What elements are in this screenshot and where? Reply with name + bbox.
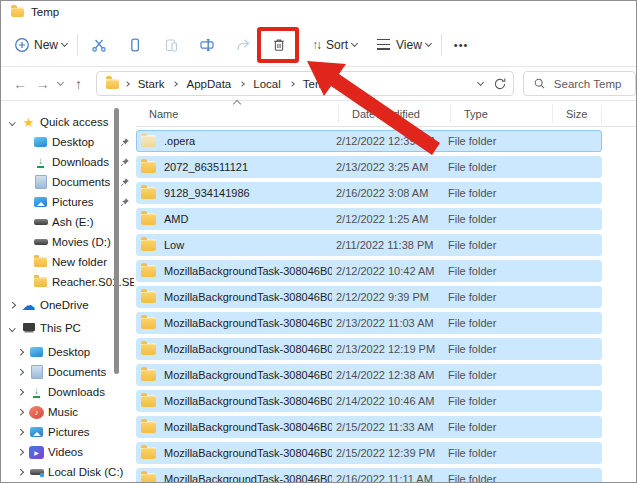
folder-icon <box>141 187 156 199</box>
breadcrumb-appdata[interactable]: AppData <box>183 76 234 92</box>
file-row[interactable]: MozillaBackgroundTask-308046B0AF4A3... 2… <box>136 364 602 386</box>
column-header-date-modified[interactable]: Date modified <box>338 105 450 123</box>
new-button[interactable]: New <box>9 32 72 58</box>
sidebar-item-local-disk-c[interactable]: Local Disk (C:) <box>1 462 134 482</box>
file-row[interactable]: 2072_863511121 2/13/2022 3:25 AM File fo… <box>136 156 602 178</box>
folder-icon <box>33 255 48 269</box>
file-row[interactable]: MozillaBackgroundTask-308046B0AF4A3... 2… <box>136 260 602 282</box>
column-header-name[interactable]: Name <box>136 105 338 123</box>
folder-icon <box>141 265 156 277</box>
up-button[interactable]: ↑ <box>67 72 90 96</box>
address-dropdown-icon[interactable] <box>477 79 484 86</box>
folder-icon <box>106 79 119 89</box>
file-row[interactable]: MozillaBackgroundTask-308046B0AF4A3... 2… <box>136 416 602 438</box>
file-row[interactable]: MozillaBackgroundTask-308046B0AF4A3... 2… <box>136 390 602 412</box>
file-type: File folder <box>448 135 548 147</box>
pin-icon[interactable] <box>120 197 130 207</box>
breadcrumb-separator-icon <box>239 81 245 87</box>
file-date-modified: 2/15/2022 11:33 AM <box>336 421 448 433</box>
tree-chevron-icon[interactable] <box>7 120 17 125</box>
pin-icon[interactable] <box>120 157 130 167</box>
pin-icon[interactable] <box>120 177 130 187</box>
paste-button[interactable] <box>157 31 185 59</box>
tree-chevron-icon[interactable] <box>7 326 17 331</box>
breadcrumb-local[interactable]: Local <box>250 76 284 92</box>
sidebar-item-downloads[interactable]: Downloads <box>1 382 134 402</box>
sort-arrows-icon: ↑↓ <box>312 38 320 52</box>
sidebar-item-videos[interactable]: Videos <box>1 442 134 462</box>
delete-button[interactable] <box>265 31 293 59</box>
file-name: 9128_934141986 <box>164 187 332 199</box>
file-row[interactable]: 9128_934141986 2/16/2022 3:08 AM File fo… <box>136 182 602 204</box>
file-name: MozillaBackgroundTask-308046B0AF4A3... <box>164 265 332 277</box>
chevron-down-icon <box>61 40 68 47</box>
window-title: Temp <box>31 6 59 18</box>
folder-icon <box>141 447 156 459</box>
share-button[interactable] <box>229 31 257 59</box>
folder-icon <box>141 161 156 173</box>
copy-button[interactable] <box>121 31 149 59</box>
sort-button[interactable]: ↑↓ Sort <box>307 33 362 57</box>
sidebar-item-pictures[interactable]: Pictures <box>1 422 134 442</box>
pictures-icon <box>29 425 44 439</box>
file-row[interactable]: MozillaBackgroundTask-308046B0AF4A3... 2… <box>136 286 602 308</box>
folder-icon <box>141 317 156 329</box>
file-type: File folder <box>448 421 548 433</box>
view-button[interactable]: View <box>372 33 436 57</box>
tree-chevron-icon[interactable] <box>15 390 25 395</box>
breadcrumb-temp[interactable]: Temp <box>300 76 334 92</box>
file-name: AMD <box>164 213 332 225</box>
forward-button[interactable]: → <box>32 72 55 96</box>
file-date-modified: 2/15/2022 12:39 PM <box>336 447 448 459</box>
music-icon <box>29 406 44 419</box>
file-row[interactable]: AMD 2/12/2022 1:25 AM File folder <box>136 208 602 230</box>
tree-chevron-icon[interactable] <box>15 370 25 375</box>
tree-chevron-icon[interactable] <box>15 350 25 355</box>
column-header-size[interactable]: Size <box>552 105 602 123</box>
file-row[interactable]: MozillaBackgroundTask-308046B0AF4A3... 2… <box>136 442 602 464</box>
file-date-modified: 2/14/2022 10:46 AM <box>336 395 448 407</box>
sidebar-item-music[interactable]: Music <box>1 402 134 422</box>
column-header-type[interactable]: Type <box>450 105 552 123</box>
file-list: Name Date modified Type Size .opera 2/12… <box>134 101 636 482</box>
tree-chevron-icon[interactable] <box>15 470 25 475</box>
file-date-modified: 2/11/2022 11:38 PM <box>336 239 448 251</box>
search-icon <box>533 77 546 90</box>
address-bar[interactable]: Stark AppData Local Temp <box>96 71 514 96</box>
view-button-label: View <box>396 38 422 52</box>
tree-chevron-icon[interactable] <box>7 303 17 308</box>
star-icon <box>21 115 36 129</box>
file-type: File folder <box>448 239 548 251</box>
tree-chevron-icon[interactable] <box>15 410 25 415</box>
recent-locations-button[interactable] <box>54 72 67 96</box>
file-name: MozillaBackgroundTask-308046B0AF4A3... <box>164 447 332 459</box>
refresh-button[interactable] <box>493 77 507 91</box>
file-row[interactable]: MozillaBackgroundTask-308046B0AF4A3... 2… <box>136 338 602 360</box>
folder-icon <box>141 473 156 483</box>
breadcrumb-stark[interactable]: Stark <box>135 76 168 92</box>
see-more-button[interactable]: ••• <box>449 34 474 56</box>
file-row[interactable]: Low 2/11/2022 11:38 PM File folder <box>136 234 602 256</box>
address-row: ← → ↑ Stark AppData Local Temp <box>1 67 636 101</box>
titlebar: Temp <box>1 1 636 23</box>
file-row[interactable]: MozillaBackgroundTask-308046B0AF4A3... 2… <box>136 312 602 334</box>
cloud-icon <box>21 298 36 312</box>
search-input[interactable]: Search Temp <box>523 71 636 96</box>
file-row[interactable]: MozillaBackgroundTask-308046B0AF4A3... 2… <box>136 468 602 483</box>
tree-chevron-icon[interactable] <box>15 450 25 455</box>
back-button[interactable]: ← <box>9 72 32 96</box>
cut-button[interactable] <box>85 31 113 59</box>
file-date-modified: 2/12/2022 1:25 AM <box>336 213 448 225</box>
pin-icon[interactable] <box>120 137 130 147</box>
sidebar-scrollbar[interactable] <box>114 108 119 374</box>
plus-circle-icon <box>14 37 30 53</box>
file-row[interactable]: .opera 2/12/2022 12:39 AM File folder <box>136 130 602 152</box>
folder-icon <box>141 421 156 433</box>
file-date-modified: 2/14/2022 12:38 AM <box>336 369 448 381</box>
tree-chevron-icon[interactable] <box>15 430 25 435</box>
file-name: Low <box>164 239 332 251</box>
downloads-icon <box>33 155 48 169</box>
file-type: File folder <box>448 447 548 459</box>
folder-icon <box>141 395 156 407</box>
rename-button[interactable] <box>193 31 221 59</box>
